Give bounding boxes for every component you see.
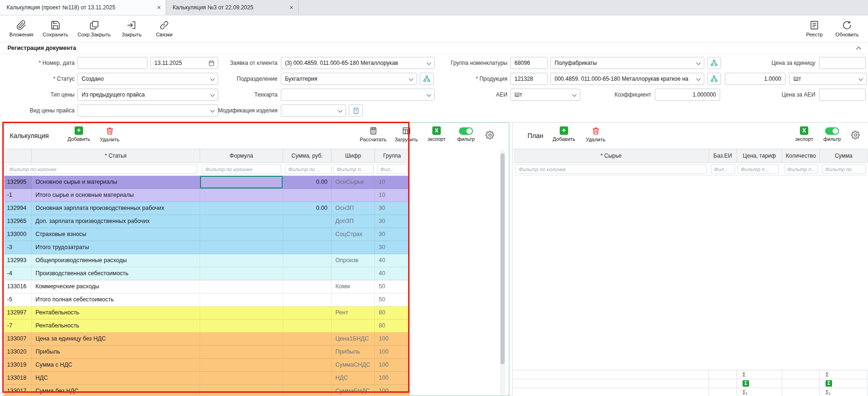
production-qty-input[interactable] <box>725 73 785 85</box>
table-row[interactable]: -3Итого трудозатраты30 <box>4 241 410 254</box>
summary-sigma-badge-amount[interactable]: Σ <box>820 379 868 388</box>
cell-sum[interactable] <box>283 280 332 293</box>
production-hierarchy-button[interactable] <box>707 73 721 85</box>
attachments-button[interactable]: Вложения <box>6 17 37 41</box>
column-header-quantity[interactable]: Количество <box>782 149 820 163</box>
cell-formula[interactable] <box>200 254 283 267</box>
cell-article[interactable]: Итого сырье и основные материалы <box>32 189 200 202</box>
calc-export-button[interactable]: X экспорт <box>423 126 450 142</box>
cell-article[interactable]: Рентабельность <box>32 306 200 320</box>
filter-input-price[interactable] <box>737 164 779 174</box>
cell-article[interactable]: Сумма с НДС <box>32 359 200 372</box>
status-select[interactable]: Создано <box>77 73 218 85</box>
cell-formula[interactable] <box>200 293 283 306</box>
cell-code[interactable]: ОснЗП <box>332 202 375 215</box>
cell-formula[interactable] <box>200 215 283 228</box>
cell-article[interactable]: Доп. зарплата производственных рабочих <box>32 215 200 228</box>
cell-article[interactable]: Общепроизводственные расходы <box>32 254 200 267</box>
cell-id[interactable]: 133000 <box>4 228 32 241</box>
calc-add-button[interactable]: + Добавить <box>64 126 94 142</box>
table-row[interactable]: -1Итого сырье и основные материалы10 <box>4 189 410 202</box>
cell-id[interactable]: 132993 <box>4 254 32 267</box>
client-request-select[interactable]: (3) 000.4859. 011.000-65-180 Металлорука… <box>281 57 435 69</box>
price-per-aei-input[interactable] <box>819 89 866 101</box>
save-button[interactable]: Сохранить <box>39 17 72 41</box>
cell-article[interactable]: Коммерческие расходы <box>32 280 200 293</box>
nomenclature-hierarchy-button[interactable] <box>707 57 721 69</box>
filter-input-code[interactable] <box>333 164 374 174</box>
cell-formula[interactable] <box>200 176 283 189</box>
table-row[interactable]: 133018НДСНДС100 <box>4 372 410 385</box>
cell-sum[interactable] <box>283 228 332 241</box>
cell-code[interactable]: Опроизв <box>332 254 375 267</box>
close-icon[interactable]: × <box>157 4 161 11</box>
cell-sum[interactable] <box>283 333 332 346</box>
registry-button[interactable]: Реестр <box>799 17 830 41</box>
cell-id[interactable]: 133020 <box>4 346 32 359</box>
cell-code[interactable]: СуммаСНДС <box>332 359 375 372</box>
cell-formula[interactable] <box>200 346 283 359</box>
cell-group[interactable]: 80 <box>375 306 410 320</box>
table-row[interactable]: 132994Основная зарплата производственных… <box>4 202 410 215</box>
cell-sum[interactable] <box>283 385 332 396</box>
column-header-sum[interactable]: Сумма, руб. <box>283 149 332 163</box>
table-row[interactable]: 132995Основное сырье и материалы0.00ОснС… <box>4 176 410 189</box>
cell-group[interactable]: 100 <box>375 372 410 385</box>
close-icon[interactable]: × <box>290 4 293 11</box>
filter-input-base-unit[interactable] <box>711 164 735 174</box>
cell-id[interactable]: 132997 <box>4 306 32 320</box>
cell-id[interactable]: -3 <box>4 241 32 254</box>
cell-formula[interactable] <box>200 320 283 333</box>
cell-article[interactable]: Производственная себестоимость <box>32 267 200 280</box>
summary-sigma-sub-amount[interactable]: Σ₁ <box>820 388 868 396</box>
cell-group[interactable]: 10 <box>375 189 410 202</box>
plan-settings-button[interactable] <box>851 130 861 140</box>
close-button[interactable]: Закрыть <box>116 17 147 41</box>
summary-sigma-badge-price[interactable]: Σ <box>737 379 782 388</box>
cell-code[interactable]: Рент <box>332 306 375 320</box>
column-header-formula[interactable]: Формула <box>200 149 283 163</box>
cell-id[interactable]: -7 <box>4 320 32 333</box>
table-row[interactable]: 132965Доп. зарплата производственных раб… <box>4 215 410 228</box>
cell-code[interactable]: ОснСырье <box>332 176 375 189</box>
refresh-button[interactable]: Обновить <box>832 17 862 41</box>
cell-id[interactable]: 133018 <box>4 372 32 385</box>
plan-delete-button[interactable]: Удалить <box>581 126 611 142</box>
tab-calc-3[interactable]: Калькуляция №3 от 22.09.2025 × <box>166 0 299 15</box>
cell-sum[interactable] <box>283 320 332 333</box>
cell-sum[interactable] <box>283 241 332 254</box>
modification-select[interactable] <box>281 104 346 117</box>
cell-sum[interactable] <box>283 359 332 372</box>
table-row[interactable]: 133017Сумма без НДССуммаБНДС100 <box>4 385 410 396</box>
cell-id[interactable]: 132995 <box>4 176 32 189</box>
cell-formula[interactable] <box>200 359 283 372</box>
column-header-price[interactable]: Цена, тариф <box>737 149 782 163</box>
cell-id[interactable]: 133017 <box>4 385 32 396</box>
production-code-input[interactable] <box>510 73 548 85</box>
table-row[interactable]: -7Рентабельность80 <box>4 320 410 333</box>
table-row[interactable]: 133000Страховые взносыСоцСтрах30 <box>4 228 410 241</box>
cell-group[interactable]: 40 <box>375 267 410 280</box>
cell-code[interactable]: Прибыль <box>332 346 375 359</box>
cell-formula[interactable] <box>200 333 283 346</box>
cell-id[interactable]: -1 <box>4 189 32 202</box>
table-row[interactable]: 133007Цена за единицу без НДСЦена1БНДС10… <box>4 333 410 346</box>
plan-add-button[interactable]: + Добавить <box>549 126 579 142</box>
filter-input-raw[interactable] <box>515 164 707 174</box>
cell-id[interactable]: 133016 <box>4 280 32 293</box>
production-select[interactable]: 000.4859. 011.000-65-180 Металлорукав кр… <box>550 73 704 85</box>
nomenclature-group-select[interactable]: Полуфабрикаты <box>550 57 704 69</box>
cell-group[interactable]: 50 <box>375 280 410 293</box>
cell-article[interactable]: Цена за единицу без НДС <box>32 333 200 346</box>
links-button[interactable]: Связки <box>149 17 180 41</box>
table-row[interactable]: 132997РентабельностьРент80 <box>4 306 410 320</box>
calc-load-button[interactable]: Загрузить <box>391 126 421 142</box>
calc-settings-button[interactable] <box>485 130 495 140</box>
cell-code[interactable]: СуммаБНДС <box>332 385 375 396</box>
cell-sum[interactable]: 0.00 <box>283 176 332 189</box>
cell-id[interactable]: 133007 <box>4 333 32 346</box>
table-row[interactable]: 132993Общепроизводственные расходыОпроиз… <box>4 254 410 267</box>
cell-id[interactable]: 132994 <box>4 202 32 215</box>
cell-group[interactable]: 30 <box>375 215 410 228</box>
cell-code[interactable] <box>332 241 375 254</box>
